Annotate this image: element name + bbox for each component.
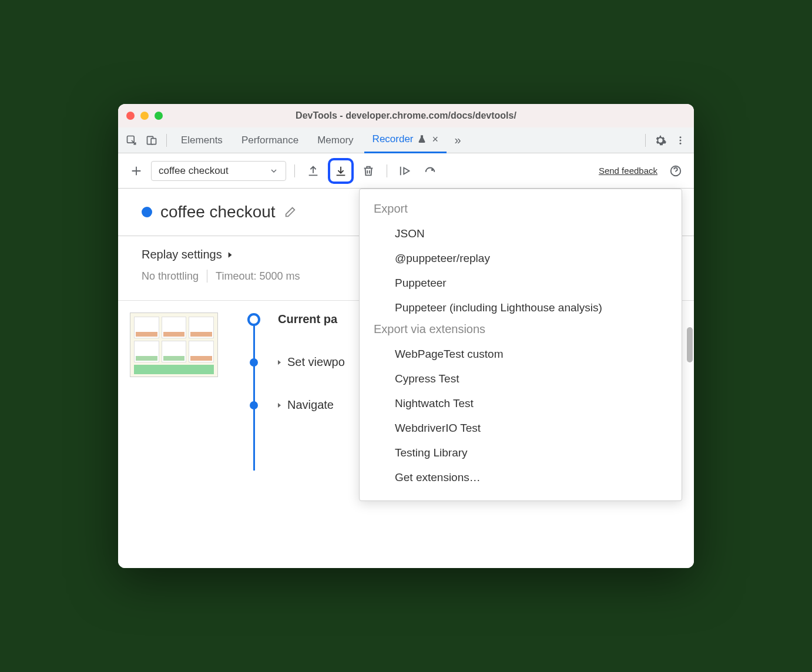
step-label: Navigate (276, 398, 334, 412)
window-controls (126, 112, 163, 120)
recording-dropdown[interactable]: coffee checkout (151, 161, 286, 181)
tab-close-icon[interactable]: × (432, 133, 439, 146)
export-webdriverio[interactable]: WebdriverIO Test (360, 416, 682, 441)
step-replay-button[interactable] (395, 161, 415, 181)
tab-recorder-label: Recorder (373, 133, 414, 145)
recording-dropdown-label: coffee checkout (159, 165, 229, 177)
more-tabs-icon[interactable]: » (449, 132, 467, 149)
chevron-right-icon (276, 359, 283, 366)
export-nightwatch[interactable]: Nightwatch Test (360, 391, 682, 416)
send-feedback-link[interactable]: Send feedback (599, 166, 657, 176)
svg-point-5 (680, 142, 682, 144)
replay-settings-label: Replay settings (142, 248, 222, 261)
import-button[interactable] (303, 161, 323, 181)
edit-title-icon[interactable] (284, 206, 297, 219)
flask-icon (417, 135, 427, 144)
export-get-extensions[interactable]: Get extensions… (360, 465, 682, 490)
export-webpagetest[interactable]: WebPageTest custom (360, 342, 682, 367)
step-dot (247, 313, 260, 326)
svg-point-4 (680, 139, 682, 141)
chevron-right-icon (226, 251, 234, 259)
settings-icon[interactable] (652, 132, 669, 149)
export-puppeteer-replay[interactable]: @puppeteer/replay (360, 246, 682, 271)
devtools-window: DevTools - developer.chrome.com/docs/dev… (118, 104, 694, 568)
timeout-value[interactable]: Timeout: 5000 ms (216, 270, 300, 283)
tab-performance[interactable]: Performance (233, 127, 307, 153)
window-title: DevTools - developer.chrome.com/docs/dev… (118, 110, 694, 121)
divider (207, 270, 207, 283)
step-dot (250, 358, 258, 367)
tab-elements[interactable]: Elements (173, 127, 231, 153)
export-cypress[interactable]: Cypress Test (360, 367, 682, 391)
devtools-tabbar: Elements Performance Memory Recorder × » (118, 127, 694, 153)
export-button[interactable] (328, 158, 354, 184)
tab-memory[interactable]: Memory (309, 127, 361, 153)
step-label: Current pa (278, 313, 337, 326)
window-minimize-button[interactable] (140, 112, 149, 120)
chevron-down-icon (269, 166, 279, 176)
divider (645, 134, 646, 147)
titlebar: DevTools - developer.chrome.com/docs/dev… (118, 104, 694, 127)
divider (166, 134, 167, 147)
export-puppeteer-lighthouse[interactable]: Puppeteer (including Lighthouse analysis… (360, 295, 682, 320)
throttling-value[interactable]: No throttling (142, 270, 199, 283)
svg-point-6 (432, 169, 433, 170)
chevron-right-icon (276, 402, 283, 409)
export-testing-library[interactable]: Testing Library (360, 441, 682, 465)
tab-elements-label: Elements (181, 135, 223, 146)
tab-recorder[interactable]: Recorder × (364, 127, 447, 153)
scrollbar-thumb[interactable] (687, 327, 693, 362)
help-icon[interactable] (666, 161, 686, 181)
export-menu-header: Export (360, 200, 682, 221)
svg-rect-2 (151, 138, 156, 144)
tab-performance-label: Performance (241, 135, 298, 146)
divider (387, 164, 387, 177)
export-json[interactable]: JSON (360, 221, 682, 246)
replay-speed-button[interactable] (420, 161, 440, 181)
inspect-icon[interactable] (123, 132, 140, 149)
recording-status-dot (142, 207, 152, 217)
recorder-toolbar: coffee checkout Send feedback (118, 153, 694, 189)
export-menu: Export JSON @puppeteer/replay Puppeteer … (359, 189, 682, 501)
add-recording-button[interactable] (126, 161, 146, 181)
window-close-button[interactable] (126, 112, 135, 120)
kebab-menu-icon[interactable] (672, 132, 689, 149)
export-puppeteer[interactable]: Puppeteer (360, 271, 682, 295)
page-thumbnail (130, 313, 218, 377)
delete-button[interactable] (358, 161, 378, 181)
recording-title: coffee checkout (160, 203, 276, 221)
device-toggle-icon[interactable] (143, 132, 160, 149)
tab-memory-label: Memory (317, 135, 353, 146)
step-label: Set viewpo (276, 355, 345, 369)
window-maximize-button[interactable] (155, 112, 163, 120)
step-dot (250, 401, 258, 409)
export-extensions-header: Export via extensions (360, 320, 682, 342)
divider (294, 164, 295, 177)
svg-point-3 (680, 136, 682, 138)
